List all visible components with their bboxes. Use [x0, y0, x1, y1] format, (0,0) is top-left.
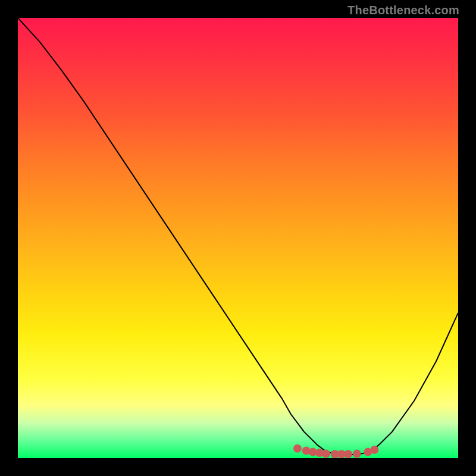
highlight-dot: [309, 448, 317, 456]
curve-path: [18, 18, 458, 455]
highlight-dot: [344, 450, 352, 458]
highlight-dot: [364, 448, 372, 456]
curve-layer: [18, 18, 458, 458]
watermark-text: TheBottleneck.com: [347, 4, 459, 17]
highlight-dot: [370, 446, 378, 454]
chart-frame: TheBottleneck.com: [0, 0, 476, 476]
highlight-dot: [337, 450, 346, 458]
highlight-dot: [302, 446, 311, 455]
marker-group: [293, 444, 379, 458]
plot-area: [18, 18, 458, 458]
highlight-dot: [331, 450, 339, 458]
highlight-dot: [315, 449, 324, 457]
highlight-dot: [293, 444, 302, 453]
highlight-dot: [353, 450, 361, 458]
highlight-dot: [322, 450, 330, 458]
